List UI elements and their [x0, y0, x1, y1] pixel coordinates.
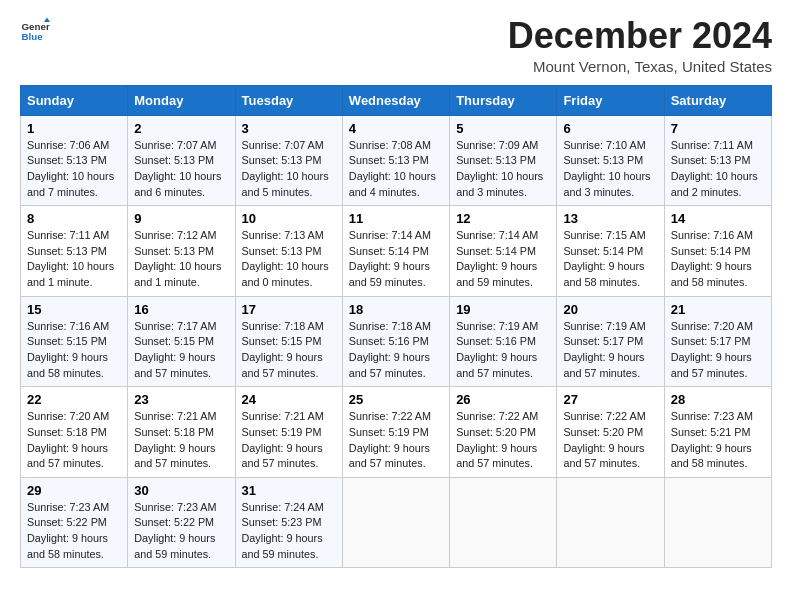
calendar-cell: 28Sunrise: 7:23 AM Sunset: 5:21 PM Dayli…: [664, 387, 771, 478]
day-info: Sunrise: 7:22 AM Sunset: 5:20 PM Dayligh…: [563, 409, 657, 472]
calendar-cell: 30Sunrise: 7:23 AM Sunset: 5:22 PM Dayli…: [128, 477, 235, 568]
calendar-cell: 14Sunrise: 7:16 AM Sunset: 5:14 PM Dayli…: [664, 206, 771, 297]
calendar-cell: 19Sunrise: 7:19 AM Sunset: 5:16 PM Dayli…: [450, 296, 557, 387]
title-block: December 2024 Mount Vernon, Texas, Unite…: [508, 16, 772, 75]
page-subtitle: Mount Vernon, Texas, United States: [508, 58, 772, 75]
day-number: 18: [349, 302, 443, 317]
day-number: 31: [242, 483, 336, 498]
day-info: Sunrise: 7:20 AM Sunset: 5:17 PM Dayligh…: [671, 319, 765, 382]
calendar-week-row: 15Sunrise: 7:16 AM Sunset: 5:15 PM Dayli…: [21, 296, 772, 387]
calendar-cell: 31Sunrise: 7:24 AM Sunset: 5:23 PM Dayli…: [235, 477, 342, 568]
day-info: Sunrise: 7:07 AM Sunset: 5:13 PM Dayligh…: [134, 138, 228, 201]
day-info: Sunrise: 7:06 AM Sunset: 5:13 PM Dayligh…: [27, 138, 121, 201]
calendar-cell: [557, 477, 664, 568]
calendar-week-row: 22Sunrise: 7:20 AM Sunset: 5:18 PM Dayli…: [21, 387, 772, 478]
day-info: Sunrise: 7:13 AM Sunset: 5:13 PM Dayligh…: [242, 228, 336, 291]
day-info: Sunrise: 7:23 AM Sunset: 5:22 PM Dayligh…: [27, 500, 121, 563]
day-number: 15: [27, 302, 121, 317]
day-info: Sunrise: 7:21 AM Sunset: 5:19 PM Dayligh…: [242, 409, 336, 472]
day-info: Sunrise: 7:07 AM Sunset: 5:13 PM Dayligh…: [242, 138, 336, 201]
calendar-cell: 24Sunrise: 7:21 AM Sunset: 5:19 PM Dayli…: [235, 387, 342, 478]
column-header-sunday: Sunday: [21, 85, 128, 115]
svg-marker-2: [44, 18, 50, 23]
calendar-week-row: 1Sunrise: 7:06 AM Sunset: 5:13 PM Daylig…: [21, 115, 772, 206]
calendar-week-row: 29Sunrise: 7:23 AM Sunset: 5:22 PM Dayli…: [21, 477, 772, 568]
calendar-cell: 12Sunrise: 7:14 AM Sunset: 5:14 PM Dayli…: [450, 206, 557, 297]
day-info: Sunrise: 7:21 AM Sunset: 5:18 PM Dayligh…: [134, 409, 228, 472]
day-number: 6: [563, 121, 657, 136]
calendar-cell: 21Sunrise: 7:20 AM Sunset: 5:17 PM Dayli…: [664, 296, 771, 387]
day-info: Sunrise: 7:11 AM Sunset: 5:13 PM Dayligh…: [27, 228, 121, 291]
day-number: 8: [27, 211, 121, 226]
day-info: Sunrise: 7:23 AM Sunset: 5:21 PM Dayligh…: [671, 409, 765, 472]
logo: General Blue: [20, 16, 50, 46]
calendar-cell: 29Sunrise: 7:23 AM Sunset: 5:22 PM Dayli…: [21, 477, 128, 568]
calendar-cell: 22Sunrise: 7:20 AM Sunset: 5:18 PM Dayli…: [21, 387, 128, 478]
day-info: Sunrise: 7:11 AM Sunset: 5:13 PM Dayligh…: [671, 138, 765, 201]
column-header-tuesday: Tuesday: [235, 85, 342, 115]
column-header-monday: Monday: [128, 85, 235, 115]
day-number: 9: [134, 211, 228, 226]
svg-text:General: General: [22, 21, 51, 32]
calendar-cell: 4Sunrise: 7:08 AM Sunset: 5:13 PM Daylig…: [342, 115, 449, 206]
day-number: 2: [134, 121, 228, 136]
calendar-cell: 7Sunrise: 7:11 AM Sunset: 5:13 PM Daylig…: [664, 115, 771, 206]
day-number: 28: [671, 392, 765, 407]
calendar-cell: 5Sunrise: 7:09 AM Sunset: 5:13 PM Daylig…: [450, 115, 557, 206]
day-number: 20: [563, 302, 657, 317]
day-info: Sunrise: 7:22 AM Sunset: 5:20 PM Dayligh…: [456, 409, 550, 472]
day-number: 29: [27, 483, 121, 498]
day-number: 3: [242, 121, 336, 136]
day-info: Sunrise: 7:19 AM Sunset: 5:16 PM Dayligh…: [456, 319, 550, 382]
calendar-cell: 17Sunrise: 7:18 AM Sunset: 5:15 PM Dayli…: [235, 296, 342, 387]
calendar-cell: 16Sunrise: 7:17 AM Sunset: 5:15 PM Dayli…: [128, 296, 235, 387]
day-number: 11: [349, 211, 443, 226]
calendar-cell: 6Sunrise: 7:10 AM Sunset: 5:13 PM Daylig…: [557, 115, 664, 206]
day-info: Sunrise: 7:17 AM Sunset: 5:15 PM Dayligh…: [134, 319, 228, 382]
day-info: Sunrise: 7:16 AM Sunset: 5:14 PM Dayligh…: [671, 228, 765, 291]
calendar-cell: 11Sunrise: 7:14 AM Sunset: 5:14 PM Dayli…: [342, 206, 449, 297]
calendar-body: 1Sunrise: 7:06 AM Sunset: 5:13 PM Daylig…: [21, 115, 772, 568]
day-number: 7: [671, 121, 765, 136]
calendar-cell: 26Sunrise: 7:22 AM Sunset: 5:20 PM Dayli…: [450, 387, 557, 478]
page-title: December 2024: [508, 16, 772, 56]
day-info: Sunrise: 7:14 AM Sunset: 5:14 PM Dayligh…: [456, 228, 550, 291]
calendar-table: SundayMondayTuesdayWednesdayThursdayFrid…: [20, 85, 772, 569]
calendar-cell: 9Sunrise: 7:12 AM Sunset: 5:13 PM Daylig…: [128, 206, 235, 297]
day-number: 23: [134, 392, 228, 407]
day-number: 19: [456, 302, 550, 317]
calendar-header-row: SundayMondayTuesdayWednesdayThursdayFrid…: [21, 85, 772, 115]
column-header-thursday: Thursday: [450, 85, 557, 115]
column-header-wednesday: Wednesday: [342, 85, 449, 115]
header: General Blue December 2024 Mount Vernon,…: [20, 16, 772, 75]
calendar-week-row: 8Sunrise: 7:11 AM Sunset: 5:13 PM Daylig…: [21, 206, 772, 297]
day-info: Sunrise: 7:08 AM Sunset: 5:13 PM Dayligh…: [349, 138, 443, 201]
day-number: 26: [456, 392, 550, 407]
calendar-cell: 8Sunrise: 7:11 AM Sunset: 5:13 PM Daylig…: [21, 206, 128, 297]
day-number: 16: [134, 302, 228, 317]
calendar-cell: 3Sunrise: 7:07 AM Sunset: 5:13 PM Daylig…: [235, 115, 342, 206]
day-number: 24: [242, 392, 336, 407]
calendar-cell: 27Sunrise: 7:22 AM Sunset: 5:20 PM Dayli…: [557, 387, 664, 478]
day-number: 1: [27, 121, 121, 136]
logo-icon: General Blue: [20, 16, 50, 46]
day-number: 5: [456, 121, 550, 136]
day-info: Sunrise: 7:18 AM Sunset: 5:15 PM Dayligh…: [242, 319, 336, 382]
day-info: Sunrise: 7:19 AM Sunset: 5:17 PM Dayligh…: [563, 319, 657, 382]
calendar-cell: 15Sunrise: 7:16 AM Sunset: 5:15 PM Dayli…: [21, 296, 128, 387]
day-info: Sunrise: 7:20 AM Sunset: 5:18 PM Dayligh…: [27, 409, 121, 472]
column-header-friday: Friday: [557, 85, 664, 115]
day-info: Sunrise: 7:23 AM Sunset: 5:22 PM Dayligh…: [134, 500, 228, 563]
day-number: 27: [563, 392, 657, 407]
day-info: Sunrise: 7:09 AM Sunset: 5:13 PM Dayligh…: [456, 138, 550, 201]
day-info: Sunrise: 7:16 AM Sunset: 5:15 PM Dayligh…: [27, 319, 121, 382]
day-info: Sunrise: 7:14 AM Sunset: 5:14 PM Dayligh…: [349, 228, 443, 291]
day-number: 21: [671, 302, 765, 317]
day-info: Sunrise: 7:22 AM Sunset: 5:19 PM Dayligh…: [349, 409, 443, 472]
day-info: Sunrise: 7:24 AM Sunset: 5:23 PM Dayligh…: [242, 500, 336, 563]
calendar-cell: 20Sunrise: 7:19 AM Sunset: 5:17 PM Dayli…: [557, 296, 664, 387]
day-info: Sunrise: 7:10 AM Sunset: 5:13 PM Dayligh…: [563, 138, 657, 201]
day-info: Sunrise: 7:12 AM Sunset: 5:13 PM Dayligh…: [134, 228, 228, 291]
column-header-saturday: Saturday: [664, 85, 771, 115]
day-info: Sunrise: 7:15 AM Sunset: 5:14 PM Dayligh…: [563, 228, 657, 291]
